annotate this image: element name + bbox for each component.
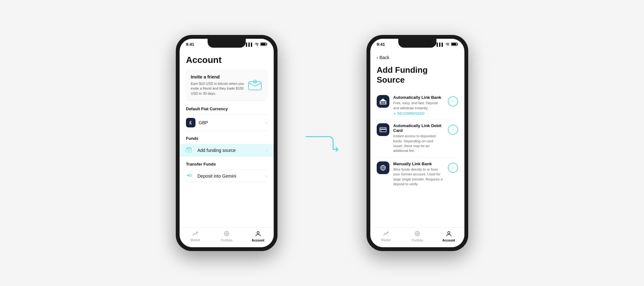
auto-link-bank-desc: Free, easy, and fast. Deposit and withdr…	[393, 101, 444, 111]
auto-link-bank-text: Automatically Link Bank Free, easy, and …	[393, 95, 444, 115]
svg-point-24	[417, 233, 418, 235]
invite-text-block: Invite a friend Earn $10 USD in bitcoin …	[191, 74, 247, 96]
wifi-icon-2	[445, 42, 450, 47]
manual-link-bank-desc: Wire funds directly to or from your Gemi…	[393, 167, 444, 187]
add-funding-left: Add funding source	[186, 147, 236, 153]
fund-icon	[186, 147, 192, 153]
gbp-row-left: £ GBP	[186, 118, 208, 127]
svg-rect-20	[380, 129, 386, 130]
nav-market-label-2: Market	[381, 238, 391, 242]
deposit-icon	[186, 173, 192, 179]
auto-link-bank-title: Automatically Link Bank	[393, 95, 444, 100]
recommended-text: RECOMMENDED	[397, 112, 425, 115]
debit-icon-wrap	[377, 123, 389, 136]
auto-link-debit-desc: Instant access to deposited funds. Depen…	[393, 134, 444, 153]
screen-content-2: ‹ Back Add FundingSource	[370, 48, 464, 247]
recommended-badge: ★ RECOMMENDED	[393, 112, 444, 115]
manual-link-bank-chevron[interactable]: ›	[448, 163, 458, 173]
transfer-label: Transfer Funds	[186, 162, 267, 167]
deposit-row[interactable]: Deposit into Gemini ›	[186, 170, 267, 182]
gbp-row[interactable]: £ GBP ›	[186, 114, 267, 131]
nav-account-1[interactable]: Account	[242, 231, 274, 242]
nav-market-2[interactable]: Market	[370, 231, 402, 242]
manual-link-bank-title: Manually Link Bank	[393, 161, 444, 166]
svg-rect-2	[261, 43, 266, 45]
bottom-nav-2: Market Portfolio	[370, 227, 464, 247]
nav-account-label-1: Account	[252, 239, 264, 242]
nav-portfolio-label-2: Portfolio	[412, 239, 423, 242]
portfolio-icon-1	[224, 231, 230, 238]
screen-content-1: Account Invite a friend Earn $10 USD in …	[180, 48, 274, 247]
back-label: Back	[380, 55, 389, 60]
account-icon-2	[446, 231, 452, 238]
svg-rect-16	[383, 102, 384, 104]
wifi-icon-1	[255, 42, 259, 47]
status-icons-2: ▌▌▌	[437, 42, 458, 47]
auto-link-debit-option[interactable]: Automatically Link Debit Card Instant ac…	[377, 119, 458, 158]
invite-card[interactable]: Invite a friend Earn $10 USD in bitcoin …	[186, 70, 267, 101]
gbp-chevron: ›	[266, 120, 267, 125]
svg-rect-21	[380, 131, 382, 131]
nav-account-label-2: Account	[442, 239, 455, 242]
auto-link-debit-title: Automatically Link Debit Card	[393, 123, 444, 133]
manual-link-bank-option[interactable]: Manually Link Bank Wire funds directly t…	[377, 158, 458, 191]
add-funding-chevron: ›	[266, 148, 267, 153]
invite-desc: Earn $10 USD in bitcoin when you invite …	[191, 81, 247, 96]
svg-rect-17	[385, 102, 386, 104]
svg-point-25	[448, 232, 450, 234]
auto-link-bank-option[interactable]: Automatically Link Bank Free, easy, and …	[377, 91, 458, 119]
manual-link-bank-text: Manually Link Bank Wire funds directly t…	[393, 161, 444, 187]
svg-rect-13	[452, 43, 456, 45]
funds-section: Funds Add funding sou	[186, 136, 267, 157]
invite-title: Invite a friend	[191, 74, 247, 79]
back-chevron: ‹	[377, 55, 378, 60]
arrow-connector	[303, 124, 341, 162]
battery-icon-1	[260, 42, 267, 47]
nav-market-label-1: Market	[190, 238, 200, 242]
svg-rect-15	[380, 102, 381, 104]
funds-label: Funds	[186, 136, 267, 141]
nav-portfolio-2[interactable]: Portfolio	[402, 231, 433, 242]
add-funding-label: Add funding source	[197, 148, 236, 153]
nav-portfolio-label-1: Portfolio	[221, 239, 233, 242]
back-button[interactable]: ‹ Back	[377, 55, 458, 60]
nav-account-2[interactable]: Account	[433, 231, 464, 242]
status-time-2: 9:41	[377, 42, 385, 47]
manual-icon-wrap	[377, 161, 389, 174]
fiat-section: Default Fiat Currency £ GBP ›	[186, 106, 267, 131]
signal-icon-2: ▌▌▌	[437, 43, 444, 46]
invite-icon	[247, 79, 263, 91]
battery-icon-2	[451, 42, 458, 47]
phone-1: 9:41 ▌▌▌ Account	[176, 35, 277, 251]
bottom-nav-1: Market Portfolio	[180, 227, 274, 247]
scene: 9:41 ▌▌▌ Account	[163, 22, 481, 264]
nav-portfolio-1[interactable]: Portfolio	[211, 231, 243, 242]
svg-point-9	[226, 233, 228, 235]
gbp-badge: £	[186, 118, 195, 127]
page-title-1: Account	[186, 55, 267, 65]
auto-link-bank-chevron[interactable]: ›	[448, 96, 458, 106]
portfolio-icon-2	[414, 231, 420, 238]
svg-point-23	[415, 231, 420, 236]
gbp-label: GBP	[199, 120, 208, 125]
screen-scroll-1: Account Invite a friend Earn $10 USD in …	[180, 50, 274, 227]
fiat-label: Default Fiat Currency	[186, 106, 267, 111]
deposit-left: Deposit into Gemini	[186, 173, 236, 179]
transfer-section: Transfer Funds Deposi	[186, 162, 267, 182]
star-icon: ★	[393, 112, 396, 115]
add-funding-row[interactable]: Add funding source ›	[180, 144, 274, 157]
svg-rect-1	[267, 43, 267, 45]
account-icon-1	[255, 231, 261, 238]
add-funding-title: Add FundingSource	[377, 65, 458, 85]
nav-market-1[interactable]: Market	[180, 231, 211, 242]
svg-point-8	[224, 231, 229, 236]
auto-link-debit-text: Automatically Link Debit Card Instant ac…	[393, 123, 444, 153]
deposit-chevron: ›	[266, 174, 267, 179]
svg-point-7	[189, 174, 192, 177]
status-time-1: 9:41	[186, 42, 194, 47]
market-icon-1	[192, 231, 198, 238]
svg-marker-18	[380, 99, 386, 101]
bank-icon-wrap	[377, 95, 389, 108]
svg-rect-12	[457, 43, 458, 45]
auto-link-debit-chevron[interactable]: ›	[448, 125, 458, 135]
